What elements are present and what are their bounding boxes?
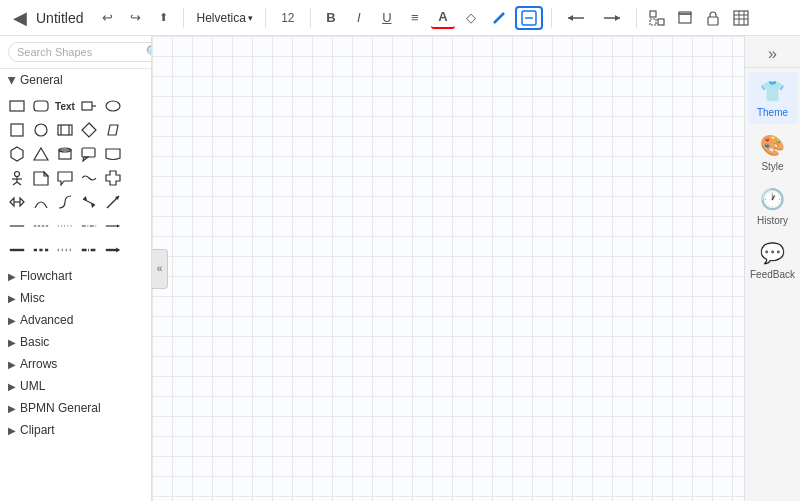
svg-marker-35	[83, 157, 88, 161]
section-header-basic[interactable]: ▶ Basic	[0, 331, 151, 353]
shape-label[interactable]	[78, 95, 100, 117]
shape-parallelogram[interactable]	[102, 119, 124, 141]
svg-rect-19	[34, 101, 48, 111]
shape-circle[interactable]	[30, 119, 52, 141]
expand-right-panel-btn[interactable]: »	[745, 40, 800, 68]
svg-point-36	[15, 172, 20, 177]
underline-btn[interactable]: U	[375, 6, 399, 30]
section-header-clipart[interactable]: ▶ Clipart	[0, 419, 151, 441]
section-general: ▶ General Text	[0, 69, 151, 265]
shape-note[interactable]	[30, 167, 52, 189]
section-label-flowchart: Flowchart	[20, 269, 72, 283]
lock-btn[interactable]	[701, 6, 725, 30]
style-btn[interactable]: 🎨 Style	[748, 126, 798, 178]
connection-style-btn[interactable]	[515, 6, 543, 30]
shape-arrow-right-end[interactable]	[102, 215, 124, 237]
section-header-uml[interactable]: ▶ UML	[0, 375, 151, 397]
section-label-general: General	[20, 73, 63, 87]
history-btn[interactable]: 🕐 History	[748, 180, 798, 232]
section-arrows: ▶ Arrows	[0, 353, 151, 375]
svg-marker-6	[615, 15, 620, 21]
stroke-btn[interactable]	[487, 6, 511, 30]
svg-rect-8	[658, 19, 664, 25]
shape-thick-dot-dash[interactable]	[78, 239, 100, 261]
shape-left-right-arrow[interactable]	[6, 191, 28, 213]
italic-btn[interactable]: I	[347, 6, 371, 30]
canvas-area[interactable]: «	[152, 36, 744, 501]
shape-line-solid[interactable]	[6, 215, 28, 237]
shape-arc[interactable]	[30, 191, 52, 213]
shape-process[interactable]	[54, 119, 76, 141]
feedback-icon: 💬	[760, 241, 785, 265]
shape-hexagon[interactable]	[6, 143, 28, 165]
font-size-display[interactable]: 12	[274, 6, 302, 30]
theme-btn[interactable]: 👕 Theme	[748, 72, 798, 124]
svg-rect-9	[650, 19, 656, 25]
shape-actor[interactable]	[6, 167, 28, 189]
shape-rounded-rect[interactable]	[30, 95, 52, 117]
section-header-general[interactable]: ▶ General	[0, 69, 151, 91]
group-btn[interactable]	[645, 6, 669, 30]
section-header-arrows[interactable]: ▶ Arrows	[0, 353, 151, 375]
shape-line-dot-dash[interactable]	[78, 215, 100, 237]
font-dropdown-icon: ▾	[248, 13, 253, 23]
svg-point-22	[106, 101, 120, 111]
shape-diagonal-arrow[interactable]	[102, 191, 124, 213]
section-header-bpmn[interactable]: ▶ BPMN General	[0, 397, 151, 419]
style-label: Style	[761, 161, 783, 172]
shape-document[interactable]	[102, 143, 124, 165]
shape-thick-dot[interactable]	[54, 239, 76, 261]
search-input[interactable]	[8, 42, 152, 62]
shape-ellipse[interactable]	[102, 95, 124, 117]
shape-callout[interactable]	[78, 143, 100, 165]
section-label-arrows: Arrows	[20, 357, 57, 371]
arrow-right-btn[interactable]	[596, 6, 628, 30]
bold-btn[interactable]: B	[319, 6, 343, 30]
font-selector[interactable]: Helvetica ▾	[192, 9, 256, 27]
shape-s-curve[interactable]	[54, 191, 76, 213]
shape-rectangle[interactable]	[6, 95, 28, 117]
section-arrow-misc: ▶	[8, 293, 16, 304]
svg-rect-12	[708, 17, 718, 25]
collapse-left-panel-btn[interactable]: «	[152, 249, 168, 289]
shape-line-dash[interactable]	[30, 215, 52, 237]
section-arrow-uml: ▶	[8, 381, 16, 392]
left-panel: 🔍 ▶ General Text	[0, 36, 152, 501]
arrow-left-btn[interactable]	[560, 6, 592, 30]
section-header-advanced[interactable]: ▶ Advanced	[0, 309, 151, 331]
table-btn[interactable]	[729, 6, 753, 30]
section-arrow-arrows: ▶	[8, 359, 16, 370]
expand-icon: »	[768, 45, 777, 63]
section-header-flowchart[interactable]: ▶ Flowchart	[0, 265, 151, 287]
shape-square[interactable]	[6, 119, 28, 141]
history-icon: 🕐	[760, 187, 785, 211]
shape-text[interactable]: Text	[54, 95, 76, 117]
font-color-btn[interactable]: A	[431, 7, 455, 29]
feedback-label: FeedBack	[750, 269, 795, 280]
shape-wave[interactable]	[78, 167, 100, 189]
svg-marker-57	[117, 224, 120, 227]
back-icon[interactable]: ◀	[8, 6, 32, 30]
shape-speech-bubble[interactable]	[54, 167, 76, 189]
share-btn[interactable]: ⬆	[151, 6, 175, 30]
shape-triangle[interactable]	[30, 143, 52, 165]
shape-thick-dash[interactable]	[30, 239, 52, 261]
align-btn[interactable]: ≡	[403, 6, 427, 30]
shape-diamond[interactable]	[78, 119, 100, 141]
shape-double-arrow[interactable]	[78, 191, 100, 213]
shape-thick-arrow[interactable]	[102, 239, 124, 261]
section-header-misc[interactable]: ▶ Misc	[0, 287, 151, 309]
undo-btn[interactable]: ↩	[95, 6, 119, 30]
redo-btn[interactable]: ↪	[123, 6, 147, 30]
fill-btn[interactable]: ◇	[459, 6, 483, 30]
section-arrow-clipart: ▶	[8, 425, 16, 436]
shape-thick-line[interactable]	[6, 239, 28, 261]
layers-btn[interactable]	[673, 6, 697, 30]
shape-cross[interactable]	[102, 167, 124, 189]
history-label: History	[757, 215, 788, 226]
shape-cylinder[interactable]	[54, 143, 76, 165]
feedback-btn[interactable]: 💬 FeedBack	[748, 234, 798, 286]
section-label-bpmn: BPMN General	[20, 401, 101, 415]
shape-line-dotted[interactable]	[54, 215, 76, 237]
svg-rect-18	[10, 101, 24, 111]
